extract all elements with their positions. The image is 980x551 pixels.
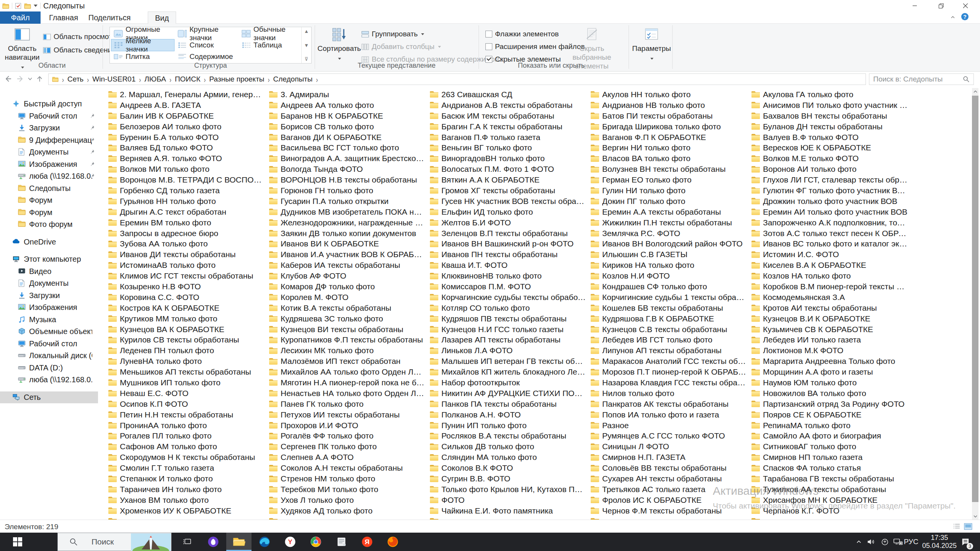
file-item[interactable]: Гулин НИ только фото	[591, 185, 749, 196]
file-item[interactable]: Козыренко Н.В ФОТО	[108, 281, 267, 292]
file-item[interactable]: Кондрашев СФ только фото	[591, 281, 749, 292]
file-item[interactable]: Вологда Тында ФОТО	[269, 164, 428, 174]
file-item[interactable]: Смолин Г.Т только газета	[108, 463, 267, 473]
checkbox-icon[interactable]	[485, 43, 492, 50]
breadcrumb-label[interactable]: Сеть	[66, 75, 85, 83]
file-item[interactable]: Сафонов АМ только фото	[108, 441, 267, 452]
file-item[interactable]: Иванов ВН Вологодский район ФОТО	[591, 238, 749, 249]
file-item-partial[interactable]	[430, 516, 588, 520]
file-item[interactable]: Волков МИ только фото	[108, 164, 267, 174]
group-by-button[interactable]: Группировать	[361, 29, 424, 39]
file-item[interactable]: Иванов ВС только фото и каталог экслибри…	[751, 238, 910, 249]
file-item-partial[interactable]	[591, 516, 749, 520]
vertical-scrollbar[interactable]	[972, 88, 978, 520]
file-item[interactable]: Курилов СВ тексты обработаны	[108, 334, 267, 345]
layout-option[interactable]: Плитка	[111, 51, 174, 62]
file-item[interactable]: Козлов НА только фото	[751, 271, 910, 281]
file-item[interactable]: Васильева ВС ГСТ только фото	[269, 142, 428, 153]
file-item[interactable]: Сергенев ПК только фото	[269, 441, 428, 452]
file-item[interactable]: Котляр СО только фото	[430, 303, 588, 313]
file-item[interactable]: Прохоров И.И ФОТО	[269, 420, 428, 431]
file-item[interactable]: Климов ИС ГСТ тексты обработаны	[108, 271, 267, 281]
file-item[interactable]: Малозёмов ИП текст обработан	[269, 356, 428, 367]
file-item[interactable]: Кошелев БВ тексты обработаны	[591, 303, 749, 313]
file-item[interactable]: Герман ЕО только фото	[591, 174, 749, 185]
file-item[interactable]: Рогалев ПЛ только фото	[108, 431, 267, 442]
file-item[interactable]: Новожилов ВА только фото	[751, 388, 910, 399]
file-item[interactable]: Кузнецов Н.И ГСС только газеты	[430, 324, 588, 335]
file-item[interactable]: Стренов НМ только фото	[269, 473, 428, 484]
file-item[interactable]: Власов ВА только фото	[591, 153, 749, 164]
sidebar-item-изображения[interactable]: Изображения	[0, 158, 98, 170]
file-item[interactable]: Разное	[591, 420, 749, 431]
close-button[interactable]	[953, 0, 978, 11]
file-item[interactable]: Желтов Б.И ФОТО	[430, 217, 588, 228]
file-item[interactable]: Волков М.Е только ФОТО	[751, 153, 910, 164]
file-item[interactable]: Петухов ИИ тексты обработаны	[269, 409, 428, 420]
file-item[interactable]: Кудряшева ЗС только фото	[269, 313, 428, 324]
file-item[interactable]: Зеленцов В.П тексты обработаны	[430, 228, 588, 239]
mail-button[interactable]	[329, 533, 354, 551]
file-item[interactable]: РепинаМА только фото	[751, 420, 910, 431]
file-item[interactable]: Борисов СВ только фото	[269, 121, 428, 132]
file-item[interactable]: Ненастьев НА только фото Орден Ленина	[269, 388, 428, 399]
file-item[interactable]: Костров КА К ОБРАБОТКЕ	[108, 303, 267, 313]
file-item[interactable]: Буланов ДН тексты обработаны	[751, 121, 910, 132]
file-item[interactable]: Ильюшин С.В ГАЗЕТЫ	[591, 249, 749, 260]
properties-check-icon[interactable]	[15, 3, 21, 9]
file-item[interactable]: Соколов А.Н тексты обработаны	[269, 463, 428, 473]
forward-button[interactable]	[15, 74, 25, 84]
sidebar-item-форум[interactable]: Форум	[0, 207, 98, 218]
file-item[interactable]: Виноградов А.А. защитник Брестской крепо…	[269, 153, 428, 164]
file-item[interactable]: Гусев НК участник ВОВ тексты обработаны	[430, 196, 588, 207]
sidebar-item-рабочий-стол[interactable]: Рабочий стол	[0, 338, 98, 350]
file-item[interactable]: Истомин И.С. ФОТО	[751, 249, 910, 260]
file-item[interactable]: Балин ИВ К ОБРАБОТКЕ	[108, 111, 267, 121]
start-button[interactable]	[0, 533, 35, 551]
file-item[interactable]: 3. Адмиралы	[269, 89, 428, 100]
file-item[interactable]: Комиссаров П.М. ФОТО	[430, 281, 588, 292]
file-item[interactable]: Никитин АФ ДУРАЦКИЕ СТИХИ ПОКА НЕ ТР...	[430, 388, 588, 399]
details-pane-button[interactable]: Область сведений	[43, 45, 116, 55]
file-item[interactable]: Землячка Р.С. ФОТО	[591, 228, 749, 239]
file-item[interactable]: Набор фотооткрыток	[430, 377, 588, 388]
file-item[interactable]: 2. Маршал, Генералы Армии, генерал-полк.…	[108, 89, 267, 100]
file-item[interactable]: Еремин ВМ только фото	[108, 217, 267, 228]
file-item[interactable]: Степанюк И только фото	[108, 473, 267, 484]
restore-button[interactable]	[929, 0, 953, 11]
file-item[interactable]: Тарабанова ГВ тексты обработаны	[751, 473, 910, 484]
layout-option[interactable]: Мелкие значки	[111, 39, 174, 51]
file-item[interactable]: Анисимов ПИ только фото участник ВОВ	[751, 100, 910, 111]
file-item[interactable]: Козлов Н.И ФОТО	[591, 271, 749, 281]
file-item[interactable]: Панев ГК только фото	[269, 399, 428, 409]
file-item[interactable]: Акулова ГА только фото	[751, 89, 910, 100]
sidebar-item-музыка[interactable]: Музыка	[0, 314, 98, 326]
file-item[interactable]: Лесихин МК только фото	[269, 345, 428, 356]
file-item[interactable]: Мяготин Н.А пионер-герой пока не берем	[269, 377, 428, 388]
file-item[interactable]: Кудряшова Г.В К ОБРАБОТКЕ	[591, 313, 749, 324]
help-icon[interactable]: ?	[961, 13, 969, 20]
chrome-button[interactable]	[303, 533, 328, 551]
firefox-button[interactable]	[380, 533, 405, 551]
file-item[interactable]: Панкратов АК тексты обработаны	[591, 399, 749, 409]
file-item[interactable]: Заякин ДВ только копии документов	[269, 228, 428, 239]
file-item[interactable]: Каберов ИА тексты обработаны	[269, 260, 428, 271]
tab-file[interactable]: Файл	[0, 11, 41, 24]
file-item[interactable]: Меньшиков АП тексты обработаны	[108, 367, 267, 377]
file-item[interactable]: Кузнецов ВИ тексты обработаны	[269, 324, 428, 335]
collapse-ribbon-icon[interactable]	[950, 15, 956, 20]
file-item[interactable]: Басюк ИМ тексты обработаны	[430, 111, 588, 121]
file-item[interactable]: Уханов ВМ только фото	[108, 495, 267, 505]
file-item[interactable]: Попов ИА только фото и газета	[591, 409, 749, 420]
file-item[interactable]: Сухарев АН тексты обработаны	[591, 473, 749, 484]
taskbar-search[interactable]: Поиск	[57, 533, 172, 551]
layout-option[interactable]: Список	[175, 39, 238, 51]
file-item[interactable]: Соколов В.К ФОТО	[430, 463, 588, 473]
file-item[interactable]: Коробков В.М пионер-герой тексты обрабо.…	[751, 281, 910, 292]
tab-view[interactable]: Вид	[148, 11, 176, 24]
file-item[interactable]: Липунов АП тексты обработаны	[591, 345, 749, 356]
address-breadcrumb[interactable]: › Сеть›Win-USER01›ЛЮБА›ПОИСК›Разные прое…	[48, 73, 866, 85]
file-item[interactable]: Самойло АА фото и биография	[751, 431, 910, 442]
sidebar-item-изображения[interactable]: Изображения	[0, 302, 98, 313]
checkbox-item-checkboxes[interactable]: Флажки элементов	[485, 29, 559, 39]
